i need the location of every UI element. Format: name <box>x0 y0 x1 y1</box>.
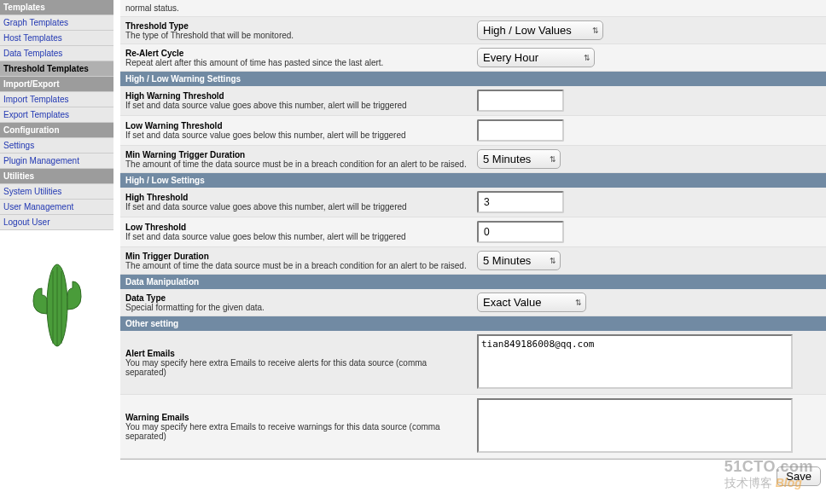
section-data-manip: Data Manipulation <box>120 275 826 289</box>
realert-cycle-desc: Repeat alert after this amount of time h… <box>125 58 383 67</box>
min-trigger-desc: The amount of time the data source must … <box>125 261 467 270</box>
high-threshold-input[interactable] <box>477 191 564 213</box>
threshold-type-desc: The type of Threshold that will be monit… <box>125 31 294 40</box>
low-warning-input[interactable] <box>477 119 564 142</box>
cactus-logo <box>0 254 113 356</box>
row-warning-emails: Warning Emails You may specify here extr… <box>120 395 826 459</box>
alert-emails-label: Alert Emails <box>125 349 468 358</box>
realert-cycle-label: Re-Alert Cycle <box>125 49 468 58</box>
nav-header: Templates <box>0 0 113 15</box>
threshold-type-select[interactable]: High / Low Values <box>477 20 603 40</box>
nav-item[interactable]: Data Templates <box>0 46 113 61</box>
nav-item[interactable]: Host Templates <box>0 31 113 46</box>
nav-header: Utilities <box>0 169 113 184</box>
min-warning-trigger-select[interactable]: 5 Minutes <box>477 149 561 169</box>
nav-item[interactable]: Settings <box>0 138 113 154</box>
nav-item[interactable]: Graph Templates <box>0 15 113 31</box>
alert-emails-input[interactable]: tian849186008@qq.com <box>477 334 793 389</box>
nav-item[interactable]: System Utilities <box>0 184 113 200</box>
row-low-threshold: Low Threshold If set and data source val… <box>120 217 826 247</box>
high-warning-desc: If set and data source value goes above … <box>125 101 407 110</box>
warning-emails-label: Warning Emails <box>125 413 468 422</box>
low-warning-desc: If set and data source value goes below … <box>125 130 406 140</box>
row-low-warning: Low Warning Threshold If set and data so… <box>120 116 826 146</box>
nav-item[interactable]: Threshold Templates <box>0 61 113 77</box>
low-threshold-label: Low Threshold <box>125 223 468 232</box>
nav-header: Import/Export <box>0 77 113 92</box>
nav-header: Configuration <box>0 123 113 138</box>
row-data-type: Data Type Special formatting for the giv… <box>120 289 826 316</box>
section-other: Other setting <box>120 316 826 331</box>
low-threshold-input[interactable] <box>477 221 564 243</box>
nav-item[interactable]: Export Templates <box>0 107 113 123</box>
row-high-threshold: High Threshold If set and data source va… <box>120 188 826 217</box>
alert-emails-desc: You may specify here extra Emails to rec… <box>125 358 427 377</box>
data-type-desc: Special formatting for the given data. <box>125 303 265 312</box>
section-hl-warning: High / Low Warning Settings <box>120 72 826 86</box>
high-warning-label: High Warning Threshold <box>125 91 468 101</box>
row-alert-emails: Alert Emails You may specify here extra … <box>120 331 826 395</box>
high-warning-input[interactable] <box>477 90 564 112</box>
main-content: normal status. Threshold Type The type o… <box>113 0 826 504</box>
realert-cycle-select[interactable]: Every Hour <box>477 48 595 67</box>
save-button[interactable]: Save <box>777 466 821 486</box>
data-type-label: Data Type <box>125 293 468 303</box>
nav-item[interactable]: User Management <box>0 200 113 215</box>
row-min-warning-trigger: Min Warning Trigger Duration The amount … <box>120 146 826 173</box>
nav-item[interactable]: Plugin Management <box>0 154 113 169</box>
min-trigger-label: Min Trigger Duration <box>125 252 468 261</box>
low-warning-label: Low Warning Threshold <box>125 121 468 130</box>
warning-emails-desc: You may specify here extra Emails to rec… <box>125 422 440 441</box>
row-realert-cycle: Re-Alert Cycle Repeat alert after this a… <box>120 44 826 72</box>
min-warning-trigger-label: Min Warning Trigger Duration <box>125 150 468 159</box>
nav-item[interactable]: Import Templates <box>0 92 113 107</box>
threshold-type-label: Threshold Type <box>125 21 468 31</box>
row-restoral-tail: normal status. <box>120 0 826 17</box>
save-row: Save <box>120 459 826 493</box>
row-min-trigger: Min Trigger Duration The amount of time … <box>120 247 826 275</box>
sidebar: TemplatesGraph TemplatesHost TemplatesDa… <box>0 0 113 504</box>
warning-emails-input[interactable] <box>477 398 793 453</box>
row-threshold-type: Threshold Type The type of Threshold tha… <box>120 17 826 44</box>
min-trigger-select[interactable]: 5 Minutes <box>477 251 561 270</box>
section-hl: High / Low Settings <box>120 173 826 188</box>
low-threshold-desc: If set and data source value goes below … <box>125 232 406 241</box>
row-high-warning: High Warning Threshold If set and data s… <box>120 86 826 116</box>
min-warning-trigger-desc: The amount of time the data source must … <box>125 159 467 169</box>
nav-item[interactable]: Logout User <box>0 215 113 230</box>
high-threshold-label: High Threshold <box>125 193 468 202</box>
high-threshold-desc: If set and data source value goes above … <box>125 202 407 211</box>
data-type-select[interactable]: Exact Value <box>477 293 586 312</box>
restoral-desc-tail: normal status. <box>125 3 179 13</box>
